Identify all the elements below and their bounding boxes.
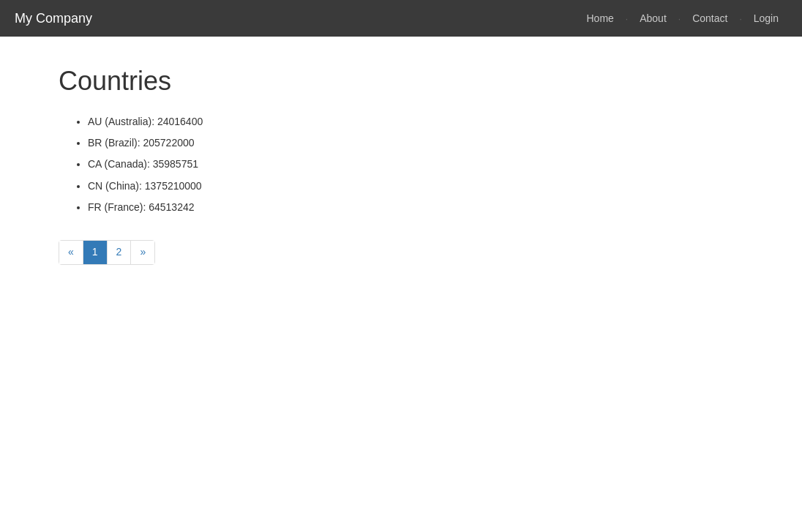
navbar: My Company Home·About·Contact·Login	[0, 0, 802, 37]
list-item: FR (France): 64513242	[88, 197, 743, 218]
list-item: AU (Australia): 24016400	[88, 111, 743, 132]
pagination-page-1[interactable]: 1	[83, 240, 108, 265]
pagination-next[interactable]: »	[130, 240, 155, 265]
navbar-link-about[interactable]: About	[631, 8, 675, 29]
nav-divider: ·	[739, 14, 741, 24]
navbar-brand[interactable]: My Company	[15, 11, 92, 26]
list-item: CA (Canada): 35985751	[88, 154, 743, 175]
pagination-current: 1	[83, 241, 107, 264]
pagination-prev-link[interactable]: «	[59, 241, 83, 264]
nav-divider: ·	[678, 14, 681, 24]
navbar-link-home[interactable]: Home	[578, 8, 623, 29]
country-list: AU (Australia): 24016400BR (Brazil): 205…	[59, 111, 743, 218]
pagination-prev[interactable]: «	[59, 240, 83, 265]
page-title: Countries	[59, 66, 743, 97]
list-item: CN (China): 1375210000	[88, 176, 743, 197]
pagination-page-2[interactable]: 2	[107, 240, 132, 265]
navbar-links: Home·About·Contact·Login	[578, 12, 788, 24]
pagination-next-link[interactable]: »	[131, 241, 154, 264]
list-item: BR (Brazil): 205722000	[88, 132, 743, 154]
pagination: « 12 »	[59, 240, 743, 265]
pagination-page-link[interactable]: 2	[108, 241, 131, 264]
nav-divider: ·	[626, 14, 628, 24]
main-content: Countries AU (Australia): 24016400BR (Br…	[0, 37, 802, 294]
navbar-link-contact[interactable]: Contact	[683, 8, 736, 29]
navbar-link-login[interactable]: Login	[745, 8, 787, 29]
